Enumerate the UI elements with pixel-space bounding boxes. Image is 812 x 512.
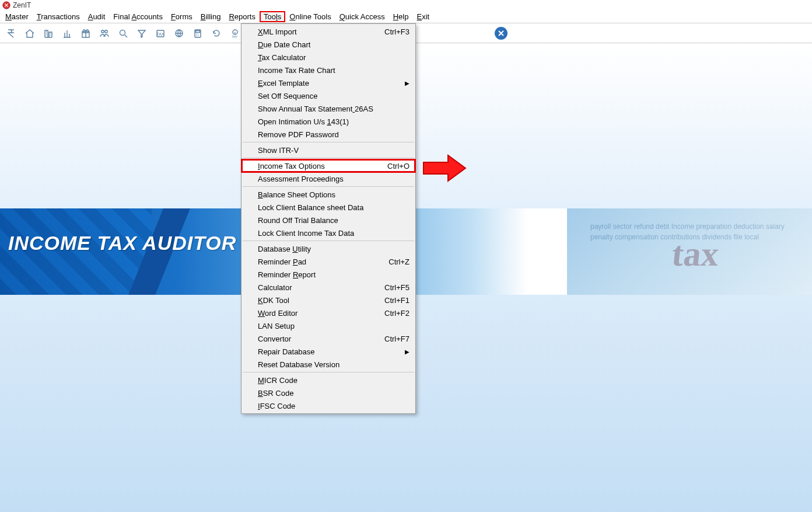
banner-word-cloud: payroll sector refund debt Income prepar…	[590, 221, 789, 242]
search-icon[interactable]	[117, 27, 130, 40]
chart-icon[interactable]	[61, 27, 74, 40]
menu-separator	[243, 372, 414, 372]
menuitem-database-utility[interactable]: Database Utility	[242, 242, 415, 255]
calculator-icon[interactable]	[191, 27, 204, 40]
refresh-icon[interactable]	[210, 27, 223, 40]
menuitem-repair-database[interactable]: Repair Database▶	[242, 345, 415, 358]
menuitem-income-tax-rate-chart[interactable]: Income Tax Rate Chart	[242, 64, 415, 76]
menu-audit[interactable]: Audit	[84, 11, 110, 22]
menuitem-label: Repair Database	[258, 347, 315, 356]
menuitem-label: Reminder Pad	[258, 257, 306, 266]
menu-separator	[243, 186, 414, 187]
menuitem-lock-client-income-tax-data[interactable]: Lock Client Income Tax Data	[242, 227, 415, 239]
menuitem-label: Due Date Chart	[258, 40, 310, 49]
menuitem-excel-template[interactable]: Excel Template▶	[242, 76, 415, 89]
svg-rect-8	[196, 30, 200, 32]
menuitem-label: Set Off Sequence	[258, 92, 317, 100]
menuitem-label: Tax Calculator	[258, 53, 306, 62]
menuitem-label: BSR Code	[258, 389, 293, 398]
menu-transactions[interactable]: Transactions	[33, 11, 84, 22]
menuitem-label: Convertor	[258, 335, 291, 343]
menuitem-reminder-pad[interactable]: Reminder PadCtrl+Z	[242, 255, 415, 268]
svg-point-3	[120, 30, 125, 35]
menuitem-label: Database Utility	[258, 245, 311, 253]
menuitem-label: Round Off Trial Balance	[258, 216, 338, 225]
svg-point-1	[102, 30, 104, 32]
menuitem-bsr-code[interactable]: BSR Code	[242, 386, 415, 399]
menuitem-label: Remove PDF Password	[258, 130, 339, 139]
menuitem-convertor[interactable]: ConvertorCtrl+F7	[242, 332, 415, 345]
menu-separator	[243, 142, 414, 142]
menu-separator	[243, 241, 414, 241]
app-icon	[2, 1, 10, 9]
menuitem-calculator[interactable]: CalculatorCtrl+F5	[242, 281, 415, 294]
tools-menu-dropdown: XML ImportCtrl+F3Due Date ChartTax Calcu…	[241, 23, 416, 414]
menuitem-micr-code[interactable]: MICR Code	[242, 374, 415, 386]
menu-tools[interactable]: Tools	[260, 11, 285, 22]
menuitem-income-tax-options[interactable]: Income Tax OptionsCtrl+O	[242, 159, 415, 172]
menuitem-lock-client-balance-sheet-data[interactable]: Lock Client Balance sheet Data	[242, 201, 415, 214]
menuitem-lan-setup[interactable]: LAN Setup	[242, 319, 415, 332]
epay-icon[interactable]: ePAY	[229, 27, 242, 40]
menuitem-shortcut: Ctrl+O	[387, 162, 410, 170]
menu-final-accounts[interactable]: Final Accounts	[109, 11, 167, 22]
banner-tax-word: tax	[670, 234, 720, 274]
annotation-arrow-icon	[420, 152, 467, 187]
menuitem-label: Reset Database Version	[258, 360, 340, 369]
close-icon[interactable]	[495, 27, 508, 40]
menu-quick-access[interactable]: Quick Access	[335, 11, 389, 22]
menuitem-label: Income Tax Rate Chart	[258, 66, 335, 75]
menuitem-shortcut: Ctrl+F5	[384, 283, 410, 292]
menuitem-label: Balance Sheet Options	[258, 190, 335, 199]
menu-reports[interactable]: Reports	[225, 11, 260, 22]
menuitem-label: Lock Client Income Tax Data	[258, 229, 354, 238]
menuitem-shortcut: Ctrl+F3	[384, 27, 410, 36]
menuitem-due-date-chart[interactable]: Due Date Chart	[242, 38, 415, 51]
menuitem-word-editor[interactable]: Word EditorCtrl+F2	[242, 306, 415, 319]
menuitem-round-off-trial-balance[interactable]: Round Off Trial Balance	[242, 214, 415, 227]
menuitem-label: Excel Template	[258, 79, 309, 88]
people-icon[interactable]	[98, 27, 111, 40]
menu-forms[interactable]: Forms	[167, 11, 197, 22]
globe-icon[interactable]	[173, 27, 186, 40]
menuitem-assessment-proceedings[interactable]: Assessment Proceedings	[242, 172, 415, 185]
menuitem-label: Word Editor	[258, 309, 298, 318]
menuitem-ifsc-code[interactable]: IFSC Code	[242, 399, 415, 412]
banner-title: INCOME TAX AUDITOR	[8, 232, 236, 255]
filter-icon[interactable]	[135, 27, 148, 40]
menuitem-shortcut: Ctrl+F7	[384, 335, 410, 343]
menuitem-label: Income Tax Options	[258, 162, 325, 170]
menu-billing[interactable]: Billing	[197, 11, 225, 22]
menuitem-tax-calculator[interactable]: Tax Calculator	[242, 51, 415, 64]
menuitem-label: XML Import	[258, 27, 297, 36]
menuitem-reminder-report[interactable]: Reminder Report	[242, 268, 415, 281]
gift-icon[interactable]	[79, 27, 92, 40]
menuitem-shortcut: Ctrl+F1	[384, 296, 410, 305]
menuitem-balance-sheet-options[interactable]: Balance Sheet Options	[242, 188, 415, 201]
titlebar: ZenIT	[0, 0, 812, 11]
menuitem-set-off-sequence[interactable]: Set Off Sequence	[242, 89, 415, 102]
menu-help[interactable]: Help	[389, 11, 413, 22]
rupee-icon[interactable]	[5, 27, 18, 40]
menuitem-shortcut: Ctrl+F2	[384, 309, 410, 318]
svg-text:TAX: TAX	[156, 32, 164, 36]
menuitem-reset-database-version[interactable]: Reset Database Version	[242, 358, 415, 371]
home-icon[interactable]	[23, 27, 36, 40]
tax-box-icon[interactable]: TAX	[154, 27, 167, 40]
menu-master[interactable]: Master	[1, 11, 33, 22]
menuitem-label: MICR Code	[258, 376, 298, 385]
menu-exit[interactable]: Exit	[412, 11, 433, 22]
menuitem-remove-pdf-password[interactable]: Remove PDF Password	[242, 128, 415, 141]
menuitem-open-intimation-u-s-143-1[interactable]: Open Intimation U/s 143(1)	[242, 115, 415, 128]
menuitem-show-itr-v[interactable]: Show ITR-V	[242, 144, 415, 156]
menuitem-show-annual-tax-statement-26as[interactable]: Show Annual Tax Statement 26AS	[242, 102, 415, 115]
menuitem-label: KDK Tool	[258, 296, 289, 305]
menuitem-xml-import[interactable]: XML ImportCtrl+F3	[242, 25, 415, 38]
menu-separator	[243, 158, 414, 158]
menuitem-kdk-tool[interactable]: KDK ToolCtrl+F1	[242, 294, 415, 306]
menu-online-tools[interactable]: Online Tools	[285, 11, 335, 22]
buildings-icon[interactable]	[42, 27, 55, 40]
menuitem-label: Lock Client Balance sheet Data	[258, 203, 363, 212]
menuitem-label: Calculator	[258, 283, 292, 292]
menuitem-label: Assessment Proceedings	[258, 175, 344, 183]
